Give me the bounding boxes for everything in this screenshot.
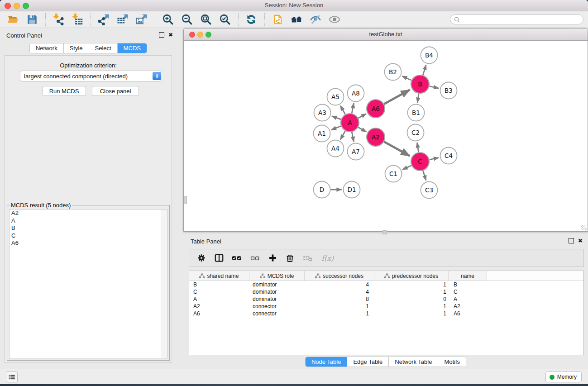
search-icon: [454, 17, 460, 23]
table-row[interactable]: Cdominator41C: [189, 288, 583, 295]
close-panel-button[interactable]: Close panel: [92, 86, 139, 96]
network-canvas[interactable]: B4B2BB3A5A8A6A3B1AA1C2A2A4A7CC4C1C3DD1: [184, 41, 587, 231]
tab-network[interactable]: Network: [30, 43, 64, 53]
graph-edge-C-C1[interactable]: [402, 166, 411, 170]
mcds-result-list[interactable]: A2ABCA6: [9, 209, 167, 358]
task-history-button[interactable]: [6, 372, 18, 382]
graph-node-label: B1: [412, 109, 420, 116]
column-header-MCDS-role[interactable]: MCDS role: [249, 271, 305, 281]
tab-motifs[interactable]: Motifs: [438, 357, 466, 367]
node-table: shared nameMCDS rolesuccessor nodesprede…: [189, 271, 584, 355]
close-table-panel-icon[interactable]: ✖: [578, 238, 583, 243]
save-session-button[interactable]: [24, 13, 40, 26]
float-table-panel-icon[interactable]: [569, 238, 574, 243]
table-cell: A: [449, 296, 487, 302]
deselect-all-rows-button[interactable]: [250, 252, 260, 264]
network-view-window: testGlobe.txt B4B2BB3A5A8A6A3B1AA1C2A2A4…: [183, 28, 588, 232]
refresh-view-button[interactable]: [244, 13, 259, 26]
graph-edge-A6-B[interactable]: [384, 90, 410, 104]
column-view-button[interactable]: [214, 252, 224, 264]
column-header-successor-nodes[interactable]: successor nodes: [305, 271, 374, 281]
control-panel-tabs: NetworkStyleSelectMCDS: [29, 43, 147, 53]
graph-edge-A-A7[interactable]: [352, 132, 354, 142]
canvas-grip[interactable]: [184, 196, 187, 204]
table-cell: B: [189, 281, 249, 288]
optimization-criterion-select[interactable]: largest connected component (directed): [20, 71, 162, 81]
table-row[interactable]: Bdominator41B: [189, 281, 583, 288]
graph-node-label: B3: [445, 87, 453, 94]
column-header-shared-name[interactable]: shared name: [189, 271, 249, 281]
graph-edge-A-A2[interactable]: [358, 127, 366, 132]
desktop-background: [0, 384, 588, 386]
table-cell: A6: [189, 310, 249, 317]
table-cell: dominator: [249, 296, 305, 302]
export-table-button[interactable]: [115, 13, 130, 26]
graph-edge-A-A3[interactable]: [332, 116, 341, 119]
zoom-in-button[interactable]: [160, 13, 176, 26]
graph-edge-A2-C[interactable]: [384, 142, 410, 156]
show-eye-button[interactable]: [327, 13, 342, 26]
cytoscape-window: Session: New Session Control Panel ✖ Net…: [0, 0, 588, 384]
search-field[interactable]: [450, 14, 583, 24]
zoom-out-button[interactable]: [179, 13, 195, 26]
table-row[interactable]: A2connector11A2: [189, 303, 583, 310]
graph-edge-C-C4[interactable]: [430, 157, 439, 159]
mcds-result-item[interactable]: A2: [10, 210, 167, 217]
tab-node-table[interactable]: Node Table: [306, 357, 348, 367]
tab-network-table[interactable]: Network Table: [389, 357, 438, 367]
graph-edge-A-A4[interactable]: [340, 131, 345, 139]
graph-node-label: C2: [411, 129, 420, 136]
graph-edge-B-B3[interactable]: [429, 86, 439, 89]
graph-edge-C-C3[interactable]: [423, 171, 426, 181]
table-settings-button[interactable]: [196, 252, 206, 264]
select-all-rows-button[interactable]: [232, 252, 243, 264]
graph-edge-B-B2[interactable]: [402, 76, 411, 80]
mcds-result-item[interactable]: A6: [10, 239, 167, 247]
list-scrollbar[interactable]: [161, 210, 167, 358]
mcds-result-item[interactable]: C: [10, 232, 167, 240]
graph-edge-C-C2[interactable]: [417, 143, 418, 152]
home-button[interactable]: [289, 13, 304, 26]
memory-label: Memory: [557, 374, 577, 380]
close-panel-icon[interactable]: ✖: [168, 33, 173, 37]
memory-button[interactable]: Memory: [545, 372, 582, 382]
graph-edge-A-A5[interactable]: [340, 105, 345, 114]
tab-select[interactable]: Select: [89, 43, 118, 53]
import-table-button[interactable]: [70, 13, 85, 26]
tab-mcds[interactable]: MCDS: [118, 43, 147, 53]
window-resize-grip[interactable]: [581, 225, 587, 230]
main-toolbar: [0, 11, 588, 28]
zoom-selected-button[interactable]: [217, 13, 233, 26]
network-graph[interactable]: B4B2BB3A5A8A6A3B1AA1C2A2A4A7CC4C1C3DD1: [184, 41, 587, 231]
mcds-result-item[interactable]: A: [10, 217, 167, 225]
graph-edge-B-B4[interactable]: [423, 65, 426, 75]
network-document-button[interactable]: [270, 13, 285, 26]
panel-splitter-grip[interactable]: [382, 230, 387, 234]
table-row[interactable]: Adominator80A: [189, 295, 583, 303]
import-network-button[interactable]: [51, 13, 66, 26]
column-header-predecessor-nodes[interactable]: predecessor nodes: [374, 271, 449, 281]
float-panel-icon[interactable]: [159, 32, 164, 38]
memory-status-icon: [550, 375, 555, 380]
delete-column-button[interactable]: [285, 252, 295, 264]
open-session-button[interactable]: [5, 13, 21, 26]
graph-node-label: D1: [348, 186, 356, 193]
graph-edge-B-B1[interactable]: [417, 94, 419, 103]
zoom-fit-button[interactable]: [198, 13, 214, 26]
add-column-button[interactable]: [268, 252, 277, 264]
graph-edge-A-A1[interactable]: [331, 126, 341, 130]
column-header-name[interactable]: name: [449, 271, 487, 281]
tab-edge-table[interactable]: Edge Table: [347, 357, 389, 367]
mcds-result-item[interactable]: B: [10, 224, 167, 232]
tab-style[interactable]: Style: [64, 43, 89, 53]
function-builder-button: f(x): [320, 252, 336, 264]
delete-table-button: [302, 252, 313, 264]
export-image-button[interactable]: [134, 13, 149, 26]
graph-node-label: B: [418, 81, 422, 88]
graph-edge-A-A8[interactable]: [352, 103, 354, 114]
run-mcds-button[interactable]: Run MCDS: [42, 86, 86, 96]
hide-visual-button[interactable]: [308, 13, 323, 26]
table-row[interactable]: A6connector11A6: [189, 310, 583, 317]
graph-edge-A-A6[interactable]: [358, 114, 366, 118]
export-network-button[interactable]: [96, 13, 111, 26]
